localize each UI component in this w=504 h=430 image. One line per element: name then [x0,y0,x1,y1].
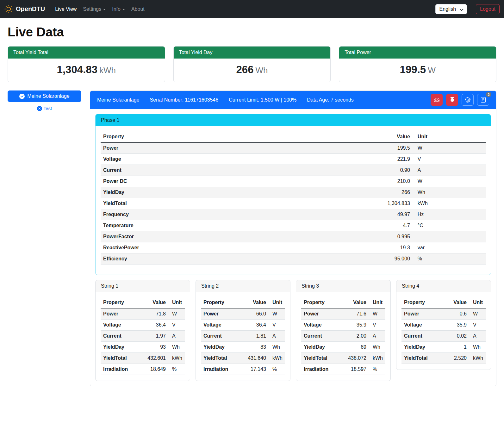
unit-cell: W [269,308,285,320]
summary-card-title: Total Yield Total [8,47,165,59]
property-cell: Power [101,308,143,320]
table-header-row: PropertyValueUnit [101,131,486,142]
nav-settings-label: Settings [83,6,101,12]
property-cell: Voltage [301,320,344,331]
string-card-title: String 3 [296,280,390,292]
column-header-value: Value [243,297,269,308]
property-cell: Voltage [401,320,444,331]
language-select[interactable]: English [435,4,467,14]
unit-cell: Hz [413,209,486,220]
property-cell: ReactivePower [101,242,375,253]
column-header-value: Value [444,297,469,308]
sun-logo-icon [4,5,13,13]
value-cell: 210.0 [375,176,413,187]
value-cell: 71.6 [344,308,369,320]
value-cell: 83 [243,342,269,353]
journal-icon [481,97,486,103]
inverter-select-button[interactable]: Meine Solaranlage [8,90,81,102]
inverter-item-test[interactable]: test [8,106,81,111]
summary-unit: W [428,65,436,75]
property-cell: YieldTotal [301,353,344,364]
nav-links: Live View Settings Info About [52,4,148,15]
value-cell: 2.00 [344,331,369,342]
unit-cell: Wh [269,342,285,353]
nav-live-view[interactable]: Live View [52,4,80,15]
unit-cell: kWh [469,353,486,364]
chevron-down-icon [122,9,125,10]
property-cell: Voltage [101,154,375,165]
table-row: Frequency49.97Hz [101,209,486,220]
summary-value: 199.5 [400,64,426,75]
property-cell: Irradiation [101,364,143,375]
phase-card-title: Phase 1 [96,114,491,126]
x-circle-icon [37,106,42,111]
data-table: PropertyValueUnitPower199.5WVoltage221.9… [101,131,486,265]
column-header-value: Value [344,297,369,308]
unit-cell: W [413,142,486,154]
table-row: Irradiation17.143% [201,364,285,375]
value-cell: 266 [375,187,413,198]
value-cell: 199.5 [375,142,413,154]
string-card-title: String 2 [196,280,290,292]
table-row: Power0.6W [401,308,486,320]
column-header-unit: Unit [168,297,185,308]
property-cell: Power [201,308,243,320]
string-card-2: String 2 PropertyValueUnitPower66.0WVolt… [196,280,290,381]
nav-settings[interactable]: Settings [80,4,109,15]
column-header-property: Property [201,297,243,308]
phase-table-container: PropertyValueUnitPower199.5WVoltage221.9… [96,126,491,275]
unit-cell: V [369,320,385,331]
nav-info-label: Info [112,6,121,12]
column-header-unit: Unit [369,297,385,308]
string-table-container: PropertyValueUnitPower66.0WVoltage36.4VC… [196,292,290,381]
data-table: PropertyValueUnitPower0.6WVoltage35.9VCu… [401,297,486,364]
table-row: Power199.5W [101,142,486,154]
unit-cell: A [469,331,486,342]
table-row: Voltage36.4V [101,320,185,331]
unit-cell: V [269,320,285,331]
value-cell: 1.81 [243,331,269,342]
inverter-list: Meine Solaranlage test [8,90,81,111]
column-header-property: Property [101,131,375,142]
table-row: Current0.02A [401,331,486,342]
string-table-container: PropertyValueUnitPower0.6WVoltage35.9VCu… [396,292,491,370]
table-row: YieldDay93Wh [101,342,185,353]
property-cell: Power [101,142,375,154]
unit-cell: % [269,364,285,375]
unit-cell: V [413,154,486,165]
value-cell: 18.649 [143,364,168,375]
nav-about[interactable]: About [128,4,148,15]
property-cell: PowerFactor [101,231,375,242]
string-card-title: String 4 [396,280,491,292]
value-cell: 95.000 [375,253,413,265]
value-cell: 71.8 [143,308,168,320]
event-count-badge: 2 [486,92,491,97]
brand[interactable]: OpenDTU [4,5,45,13]
unit-cell: % [413,253,486,265]
column-header-value: Value [375,131,413,142]
string-card-3: String 3 PropertyValueUnitPower71.6WVolt… [296,280,391,381]
value-cell: 221.9 [375,154,413,165]
table-row: Efficiency95.000% [101,253,486,265]
table-row: Current0.90A [101,165,486,176]
table-row: Voltage35.9V [401,320,486,331]
power-toggle-button[interactable] [446,94,458,106]
unit-cell: Wh [369,342,385,353]
property-cell: Current [101,331,143,342]
unit-cell: A [413,165,486,176]
table-row: Power DC210.0W [101,176,486,187]
summary-card-body: 1,304.83kWh [8,59,165,82]
limit-settings-button[interactable] [431,94,443,106]
summary-card-body: 199.5W [339,59,496,82]
nav-info[interactable]: Info [109,4,128,15]
inverter-name: Meine Solaranlage [97,97,139,103]
value-cell: 19.3 [375,242,413,253]
table-row: YieldTotal432.601kWh [101,353,185,364]
inverter-info-button[interactable] [462,94,474,106]
logout-button[interactable]: Logout [476,4,500,14]
property-cell: Current [401,331,444,342]
table-row: YieldTotal2.520kWh [401,353,486,364]
inverter-limit: Current Limit: 1,500 W | 100% [229,97,296,103]
event-log-button[interactable]: 2 [477,94,489,106]
chevron-down-icon [103,9,106,10]
